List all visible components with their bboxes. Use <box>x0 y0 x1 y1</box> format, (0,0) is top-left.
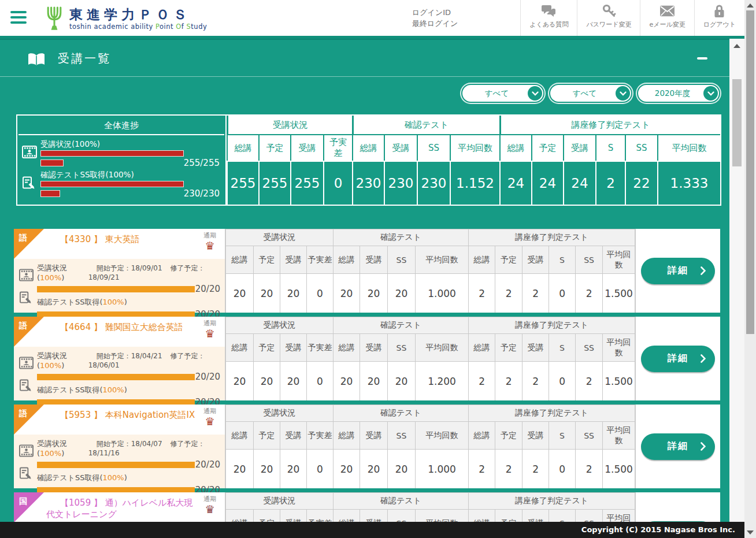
course-col-header: SS <box>388 246 416 274</box>
progress-bar <box>37 286 195 292</box>
summary-progress-value: 255/255 <box>184 158 220 168</box>
course-col-header: 受講 <box>522 246 549 274</box>
summary-col-header: S <box>595 134 625 161</box>
test-icon <box>22 176 37 190</box>
course-progress-panel: 受講状況(100%) 開始予定：18/09/01修了予定：18/09/21 20… <box>14 259 225 313</box>
outer-scrollbar-thumb[interactable] <box>746 10 754 334</box>
course-group-header: 受講状況 <box>226 317 333 334</box>
summary-col-header: 総講 <box>352 134 384 161</box>
filter-dropdown-status[interactable]: すべて <box>549 84 632 103</box>
course-col-header: 受講 <box>360 246 388 274</box>
course-value-cell: 0 <box>549 274 576 313</box>
scroll-up-arrow-icon[interactable] <box>733 44 740 48</box>
course-value-cell: 1.000 <box>416 450 469 489</box>
course-value-cell: 2 <box>495 450 522 489</box>
filter-dropdown-subject[interactable]: すべて <box>461 84 544 103</box>
summary-col-header: 予定 <box>258 134 290 161</box>
course-card: 国 【1059 】 通）ハイレベル私大現代文トレーニング 通期 ♛ <box>14 492 720 522</box>
course-col-header: 予定 <box>254 334 280 362</box>
course-value-cell: 20 <box>388 362 416 401</box>
course-value-cell: 20 <box>226 362 254 401</box>
inner-scrollbar-thumb[interactable] <box>732 79 742 166</box>
course-col-header: 予定 <box>254 510 280 522</box>
course-col-header: 受講 <box>522 422 549 450</box>
outer-scrollbar[interactable] <box>744 0 756 538</box>
detail-button[interactable]: 詳細 <box>641 258 715 284</box>
detail-button-label: 詳細 <box>668 353 688 363</box>
course-value-cell: 20 <box>226 450 254 489</box>
start-date: 開始予定：18/09/01 <box>97 264 162 272</box>
filter-value: すべて <box>462 88 528 99</box>
course-col-header: S <box>549 510 576 522</box>
summary-value-cell: 230 <box>417 161 450 205</box>
progress-percent: 100% <box>40 273 61 282</box>
summary-progress-fill <box>40 150 184 157</box>
course-col-header: 予定 <box>495 422 522 450</box>
course-group-header: 講座修了判定テスト <box>469 493 635 510</box>
progress-label: 確認テストSS取得(100%) <box>37 297 127 307</box>
course-col-header: 平均回数 <box>416 334 469 362</box>
detail-button[interactable]: 詳細 <box>641 433 715 460</box>
course-col-header: 予実差 <box>307 246 333 274</box>
brand-logo[interactable]: 東進学力ＰＯＳ toshin academic ability Point Of… <box>44 3 207 32</box>
progress-label: 受講状況(100%) <box>37 263 88 282</box>
category-label: 語 <box>19 321 27 331</box>
course-col-header: 総講 <box>226 422 254 450</box>
course-col-header: 平均回数 <box>603 422 635 450</box>
nav-item-logout[interactable]: ログアウト <box>694 0 744 36</box>
course-value-cell: 20 <box>254 362 280 401</box>
inner-scrollbar[interactable] <box>729 39 744 522</box>
filter-dropdown-year[interactable]: 2020年度 <box>637 84 720 103</box>
page-titlebar: 受講一覧 <box>0 39 729 77</box>
progress-bar-fill <box>37 462 195 468</box>
course-stats-table: 受講状況 確認テスト 講座修了判定テスト 総講 予定 受講 予実差 総講 受講 … <box>225 405 635 488</box>
summary-value-cell: 22 <box>625 161 657 205</box>
test-icon <box>19 467 34 480</box>
course-value-cell: 20 <box>333 362 360 401</box>
summary-value-cell: 255 <box>258 161 290 205</box>
summary-value-cell: 24 <box>563 161 595 205</box>
course-col-header: 総講 <box>226 246 254 274</box>
progress-percent: 100% <box>103 473 124 482</box>
course-title: 【5953 】 本科Navigation英語IX <box>14 405 225 421</box>
summary-col-header: 平均回数 <box>450 134 499 161</box>
course-dates: 開始予定：18/04/07修了予定：18/11/16 <box>88 439 220 457</box>
course-info-panel: 語 【4664 】 難関国立大総合英語 通期 ♛ 受講状況(100%) 開始 <box>14 317 225 400</box>
detail-button[interactable]: 詳細 <box>641 346 715 372</box>
course-col-header: 予定 <box>495 334 522 362</box>
course-value-cell: 20 <box>254 450 280 489</box>
nav-item-email[interactable]: eメール変更 <box>640 0 694 36</box>
brand-title: 東進学力ＰＯＳ <box>69 7 207 22</box>
progress-label: 確認テストSS取得(100%) <box>37 385 127 395</box>
nav-item-faq[interactable]: よくある質問 <box>520 0 577 36</box>
summary-value-cell: 1.333 <box>657 161 720 205</box>
scroll-up-arrow-icon[interactable] <box>747 3 754 8</box>
nav-item-password[interactable]: パスワード変更 <box>577 0 640 36</box>
page-title: 受講一覧 <box>58 40 111 77</box>
course-value-cell: 20 <box>333 274 360 313</box>
course-col-header: 平均回数 <box>603 246 635 274</box>
chevron-right-icon <box>701 266 706 277</box>
summary-value-cell: 230 <box>352 161 384 205</box>
summary-col-header: SS <box>417 134 450 161</box>
course-col-header: 総講 <box>226 510 254 522</box>
course-group-header: 受講状況 <box>226 493 333 510</box>
scroll-down-arrow-icon[interactable] <box>747 530 754 535</box>
course-col-header: 総講 <box>469 334 495 362</box>
film-icon <box>19 269 34 282</box>
course-group-header: 講座修了判定テスト <box>469 405 635 422</box>
crown-icon: ♛ <box>205 239 214 252</box>
hamburger-menu-icon[interactable] <box>10 11 27 25</box>
course-value-cell: 1.500 <box>603 362 635 401</box>
chevron-down-icon <box>528 86 542 101</box>
detail-button-label: 詳細 <box>668 265 688 276</box>
course-title-row: 語 【4664 】 難関国立大総合英語 通期 ♛ <box>14 317 225 347</box>
course-value-cell: 20 <box>388 450 416 489</box>
film-icon <box>19 444 34 458</box>
course-value-cell: 2 <box>576 274 603 313</box>
collapse-section-button[interactable] <box>697 57 707 60</box>
progress-bar <box>37 374 195 380</box>
course-col-header: 総講 <box>333 422 360 450</box>
course-title-row: 国 【1059 】 通）ハイレベル私大現代文トレーニング 通期 ♛ <box>14 492 225 522</box>
top-nav: よくある質問 パスワード変更 eメール変更 ログアウト <box>520 0 744 36</box>
